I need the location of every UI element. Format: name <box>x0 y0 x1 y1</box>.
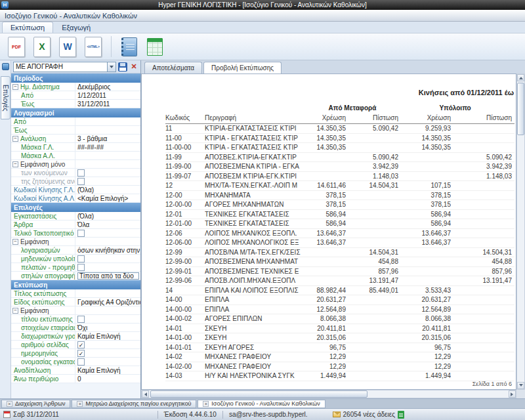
word-export-button[interactable]: W <box>58 36 77 58</box>
param-value[interactable] <box>75 152 140 159</box>
param-row[interactable]: Άνω περιθώριο0 <box>11 375 140 383</box>
param-value[interactable] <box>75 117 140 125</box>
param-value[interactable]: Όχι <box>75 324 140 331</box>
checkbox[interactable] <box>77 230 85 237</box>
scroll-left-button[interactable] <box>142 390 149 398</box>
content-tab[interactable]: Αποτελέσματα <box>144 62 202 74</box>
checkbox[interactable] <box>77 178 85 185</box>
param-row[interactable]: αριθμού σελίδας✓ <box>11 341 140 349</box>
param-value[interactable] <box>75 229 140 237</box>
checkbox[interactable]: ✓ <box>77 350 85 357</box>
checkbox[interactable] <box>77 316 85 323</box>
param-value[interactable]: Καμία Επιλογή <box>75 366 140 374</box>
checkbox[interactable] <box>77 255 85 262</box>
param-row[interactable]: ονομασίας εγκαταστάσε <box>11 358 140 366</box>
param-value[interactable]: ##-##-## <box>75 143 140 151</box>
param-value[interactable] <box>75 358 140 366</box>
delete-preset-button[interactable]: ✕ <box>129 62 138 72</box>
param-row[interactable]: τίτλου εκτύπωσης <box>11 315 140 324</box>
param-value[interactable]: 3 - βάθμια <box>75 135 140 142</box>
param-value[interactable]: 0 <box>75 375 140 383</box>
param-row[interactable]: −Ημ. ΔιάστημαΔεκέμβριος <box>11 83 140 91</box>
tree-collapse-icon[interactable]: − <box>12 136 18 142</box>
param-value[interactable]: 1/12/2011 <box>75 91 140 99</box>
chevron-down-icon[interactable] <box>107 62 116 72</box>
param-value[interactable]: (Όλα) <box>75 186 140 194</box>
param-value[interactable] <box>75 177 140 185</box>
param-row[interactable]: Κωδικοί Κίνησης Γ.Λ.(Όλα) <box>11 186 140 194</box>
param-row[interactable]: ημερομηνίας✓ <box>11 349 140 358</box>
horizontal-scrollbar[interactable] <box>141 390 516 398</box>
scroll-right-button[interactable] <box>509 390 516 398</box>
param-row[interactable]: Τελικό Τακτοποιητικό Ισοζ <box>11 229 140 238</box>
vertical-scrollbar[interactable] <box>516 74 525 390</box>
param-value[interactable]: όσων κινήθηκαν στην χρ <box>75 246 140 254</box>
scroll-down-button[interactable] <box>517 382 524 389</box>
param-value[interactable] <box>75 306 140 314</box>
close-icon[interactable]: ✕ <box>203 401 209 407</box>
param-row[interactable]: ΑναδίπλωσηΚαμία Επιλογή <box>11 366 140 375</box>
vertical-scroll-thumb[interactable] <box>517 83 524 135</box>
param-value[interactable]: 31/12/2011 <box>75 100 140 108</box>
param-value[interactable]: (Όλα) <box>75 212 140 220</box>
param-value[interactable]: <Καμία Επιλογή> <box>75 194 140 202</box>
status-messages[interactable]: 26054 νέες άδειες <box>333 411 404 419</box>
param-value[interactable] <box>75 263 140 271</box>
window-tab[interactable]: ✕Διαχείριση Άρθρων <box>1 400 70 408</box>
param-row[interactable]: Τίτλος εκτύπωσης <box>11 289 140 298</box>
param-value[interactable]: Τίποτα από τα δύο <box>75 272 140 280</box>
param-row[interactable]: Έως <box>11 126 140 135</box>
param-input[interactable]: Τίποτα από τα δύο <box>77 272 139 280</box>
param-row[interactable]: Μάσκα Α.Λ. <box>11 152 140 160</box>
tab-print[interactable]: Εκτύπωση <box>2 22 53 33</box>
param-row[interactable]: −Ανάλυση3 - βάθμια <box>11 135 140 143</box>
close-icon[interactable]: ✕ <box>77 401 83 407</box>
param-row[interactable]: λογαριασμώνόσων κινήθηκαν στην χρ <box>11 246 140 255</box>
param-row[interactable]: διαχωριστικών γραμμώνΚαμία Επιλογή <box>11 332 140 341</box>
save-preset-button[interactable] <box>118 62 127 72</box>
param-value[interactable] <box>75 169 140 177</box>
scroll-up-button[interactable] <box>517 74 524 81</box>
param-row[interactable]: ΆρθραΌλα <box>11 220 140 229</box>
param-row[interactable]: Έως31/12/2011 <box>11 100 140 108</box>
param-row[interactable]: Από <box>11 117 140 126</box>
param-row[interactable]: Είδος εκτύπωσηςΓραφικής Α4 Οριζόντια <box>11 298 140 306</box>
tree-collapse-icon[interactable]: − <box>12 84 18 90</box>
pdf-export-button[interactable]: PDF <box>7 36 26 58</box>
window-tab[interactable]: ✕Ισοζύγιο Γενικού - Αναλυτικών Καθολικών <box>198 400 325 408</box>
tree-collapse-icon[interactable]: − <box>12 308 18 314</box>
param-value[interactable] <box>75 315 140 323</box>
excel-export-button[interactable]: X <box>32 36 52 58</box>
checkbox[interactable]: ✓ <box>77 341 85 348</box>
param-value[interactable] <box>75 289 140 297</box>
param-row[interactable]: Μάσκα Γ.Λ.##-##-## <box>11 143 140 152</box>
param-value[interactable] <box>75 238 140 245</box>
tree-collapse-icon[interactable]: − <box>12 239 18 245</box>
param-row[interactable]: στοιχείων εταιρείαςΌχι <box>11 324 140 332</box>
html-export-button[interactable]: <HTML> <box>83 36 103 58</box>
param-value[interactable]: Όλα <box>75 220 140 228</box>
param-row[interactable]: −Εμφάνιση <box>11 238 140 246</box>
content-tab[interactable]: Προβολή Εκτύπωσης <box>203 62 282 74</box>
param-value[interactable] <box>75 255 140 262</box>
pin-icon[interactable] <box>2 63 9 70</box>
param-row[interactable]: πελατών - προμηθευτών <box>11 263 140 272</box>
checkbox[interactable] <box>77 264 85 271</box>
checkbox[interactable] <box>77 358 85 366</box>
param-value[interactable]: ✓ <box>75 341 140 348</box>
horizontal-scroll-thumb[interactable] <box>150 390 368 398</box>
options-vertical-tab[interactable]: Επιλογές <box>1 76 10 119</box>
checkbox[interactable] <box>77 169 85 177</box>
param-row[interactable]: μηδενικών υπολοίπων <box>11 255 140 263</box>
tab-export[interactable]: Εξαγωγή <box>53 22 99 33</box>
param-row[interactable]: Κωδικοί Κίνησης Α.Λ.<Καμία Επιλογή> <box>11 194 140 203</box>
preset-combo[interactable]: ΜΕ ΑΠΟΓΡΑΦΗ <box>13 62 116 72</box>
tree-collapse-icon[interactable]: − <box>12 161 18 167</box>
close-icon[interactable]: ✕ <box>7 401 12 407</box>
param-value[interactable]: Καμία Επιλογή <box>75 332 140 340</box>
param-row[interactable]: της ζητούμενης ανάλυσης <box>11 177 140 186</box>
param-row[interactable]: −Εμφάνιση <box>11 306 140 315</box>
param-row[interactable]: −Εμφάνιση μόνο <box>11 160 140 169</box>
param-row[interactable]: στηλών απογραφής/υπολΤίποτα από τα δύο <box>11 272 140 280</box>
spreadsheet-view-button[interactable] <box>145 36 165 58</box>
